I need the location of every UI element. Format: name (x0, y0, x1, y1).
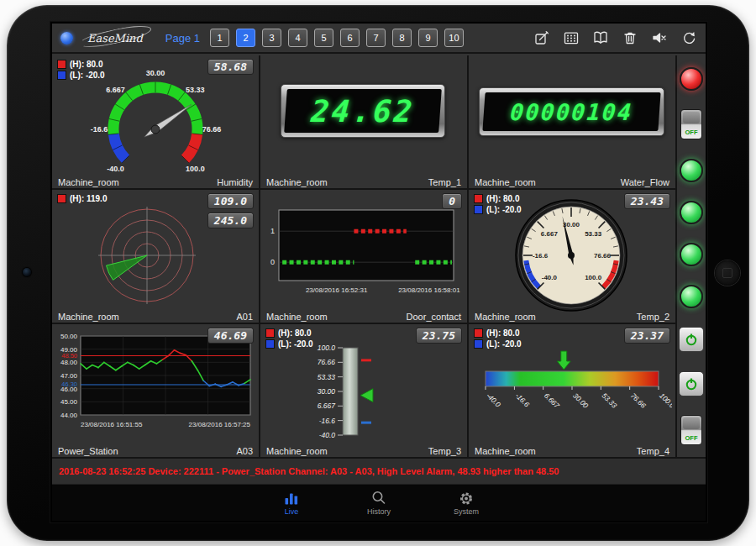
svg-text:76.66: 76.66 (318, 358, 336, 366)
page-button-5[interactable]: 5 (314, 29, 333, 47)
green-pilot-light[interactable] (680, 243, 703, 266)
widget-caption: Machine_room Water_Flow (475, 177, 669, 187)
trash-icon[interactable] (622, 29, 638, 46)
svg-text:53.33: 53.33 (318, 373, 336, 381)
channel-name: A01 (236, 312, 253, 322)
red-pilot-light[interactable] (680, 67, 703, 91)
svg-text:100.0: 100.0 (658, 391, 672, 410)
widget-temp4-horizontal-bar[interactable]: (H): 80.0 (L): -20.0 23.37 -40.0-16.66.6… (469, 324, 675, 457)
svg-text:100.0: 100.0 (318, 344, 336, 352)
keypad-icon[interactable] (563, 29, 580, 46)
book-icon[interactable] (592, 29, 609, 46)
low-limit-label: (L): -20.0 (278, 339, 313, 349)
high-limit-swatch (265, 328, 275, 338)
svg-text:-16.6: -16.6 (533, 252, 549, 260)
device-name: Machine_room (58, 312, 119, 322)
widget-a01-radar[interactable]: (H): 119.0 109.0 245.0 Machine_room A01 (52, 190, 259, 323)
svg-text:-16.6: -16.6 (514, 391, 532, 409)
svg-text:6.667: 6.667 (541, 230, 559, 238)
front-camera (23, 268, 31, 276)
page-button-10[interactable]: 10 (444, 29, 464, 47)
page-button-9[interactable]: 9 (418, 29, 438, 47)
widget-caption: Machine_room Temp_4 (475, 446, 669, 456)
widget-temp2-gauge[interactable]: (H): 80.0 (L): -20.0 23.43 -40.0-16.66.6… (469, 190, 675, 323)
svg-text:0: 0 (270, 258, 275, 266)
value-badge: 58.68 (207, 59, 254, 75)
svg-text:-40.0: -40.0 (107, 165, 124, 173)
vertical-level-bar: 100.076.6653.3330.006.667-16.6-40.0 (284, 339, 444, 447)
alarm-bar: 2016-08-23 16:52:25 Device: 222111 - Pow… (52, 457, 706, 484)
low-limit-label: (L): -20.0 (70, 70, 105, 81)
connection-indicator[interactable] (60, 32, 73, 45)
value-badge-2: 245.0 (207, 213, 254, 228)
widget-doorcontact-chart[interactable]: 0 1023/08/2016 16:52:3123/08/2016 16:58:… (260, 190, 467, 323)
green-pilot-light[interactable] (680, 159, 703, 182)
svg-text:6.667: 6.667 (543, 391, 561, 410)
svg-text:47.00: 47.00 (60, 372, 78, 380)
high-limit-label: (H): 119.0 (70, 193, 107, 204)
high-limit-label: (H): 80.0 (486, 328, 519, 339)
svg-text:44.00: 44.00 (60, 412, 78, 419)
value-badge: 46.69 (207, 328, 254, 344)
widget-waterflow-counter[interactable]: 00000104 Machine_room Water_Flow (469, 55, 675, 188)
svg-text:50.00: 50.00 (60, 333, 78, 340)
svg-text:53.33: 53.33 (601, 391, 619, 410)
tab-live[interactable]: Live (268, 490, 315, 516)
low-limit-swatch (57, 71, 66, 80)
high-limit-swatch (474, 194, 483, 203)
svg-text:-16.6: -16.6 (91, 125, 108, 134)
svg-text:46.30: 46.30 (61, 381, 77, 388)
widget-temp1-led[interactable]: 24.62 Machine_room Temp_1 (260, 55, 467, 188)
widget-caption: Machine_room A01 (58, 312, 253, 322)
widget-caption: Machine_room Temp_2 (475, 312, 669, 322)
toggle-switch-off[interactable]: OFF (680, 415, 702, 445)
svg-text:53.33: 53.33 (186, 86, 205, 94)
svg-text:100.0: 100.0 (186, 165, 205, 173)
widget-caption: Machine_room Humidity (58, 177, 253, 187)
screen: EaseMind Page 1 12345678910 (H): 80.0 (L… (52, 24, 706, 521)
svg-text:6.667: 6.667 (318, 402, 336, 410)
channel-name: Temp_3 (428, 446, 461, 456)
power-button[interactable] (679, 371, 704, 396)
high-limit-label: (H): 80.0 (278, 328, 311, 339)
edit-icon[interactable] (533, 29, 550, 46)
widget-caption: Power_Station A03 (58, 446, 253, 456)
page-button-8[interactable]: 8 (392, 29, 412, 47)
svg-text:23/08/2016 16:58:01: 23/08/2016 16:58:01 (398, 286, 460, 294)
digital-state-chart: 1023/08/2016 16:52:3123/08/2016 16:58:01 (264, 203, 464, 306)
refresh-icon[interactable] (680, 29, 697, 46)
widget-temp3-vertical-bar[interactable]: (H): 80.0 (L): -20.0 23.75 100.076.6653.… (260, 324, 467, 457)
page-button-6[interactable]: 6 (340, 29, 360, 47)
power-button[interactable] (679, 327, 704, 352)
value-badge-1: 109.0 (207, 193, 254, 209)
green-pilot-light[interactable] (680, 285, 703, 308)
page-button-7[interactable]: 7 (366, 29, 386, 47)
green-pilot-light[interactable] (680, 201, 703, 224)
svg-text:30.00: 30.00 (146, 69, 165, 77)
channel-name: Water_Flow (621, 177, 669, 187)
home-button[interactable] (715, 260, 740, 286)
widget-caption: Machine_room Temp_1 (266, 177, 461, 187)
device-name: Machine_room (475, 177, 536, 187)
page-button-2[interactable]: 2 (236, 29, 255, 47)
mute-icon[interactable] (651, 29, 668, 46)
page-button-4[interactable]: 4 (288, 29, 307, 47)
tab-history[interactable]: History (355, 490, 402, 516)
page-button-3[interactable]: 3 (262, 29, 281, 47)
svg-text:48.00: 48.00 (60, 359, 78, 366)
widget-a03-trend[interactable]: 46.69 50.0049.0048.0047.0046.0045.0044.0… (52, 324, 259, 457)
svg-text:30.00: 30.00 (318, 387, 336, 396)
widget-humidity-gauge[interactable]: (H): 80.0 (L): -20.0 58.68 -40.0-16.66.6… (52, 55, 259, 188)
tab-system[interactable]: System (443, 490, 490, 516)
svg-text:48.50: 48.50 (61, 352, 77, 360)
svg-text:6.667: 6.667 (106, 86, 125, 94)
svg-text:23/08/2016 16:57:25: 23/08/2016 16:57:25 (189, 421, 251, 428)
low-limit-label: (L): -20.0 (486, 339, 522, 349)
svg-text:45.00: 45.00 (60, 398, 78, 406)
svg-text:76.66: 76.66 (202, 125, 222, 134)
widget-grid: (H): 80.0 (L): -20.0 58.68 -40.0-16.66.6… (52, 55, 675, 457)
page-button-1[interactable]: 1 (210, 29, 229, 47)
svg-text:-40.0: -40.0 (542, 274, 558, 281)
toggle-switch-off[interactable]: OFF (680, 109, 702, 139)
svg-text:30.00: 30.00 (571, 391, 590, 410)
